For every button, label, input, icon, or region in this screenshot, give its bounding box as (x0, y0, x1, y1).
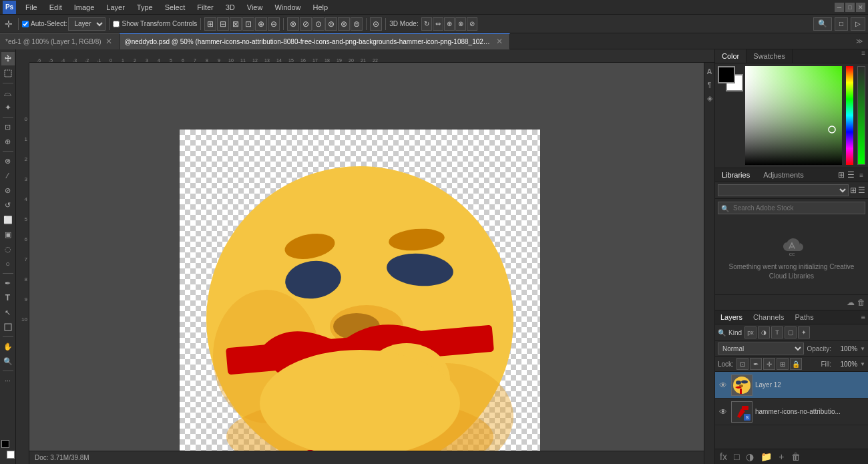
add-fx-btn[interactable]: fx (718, 451, 729, 462)
menu-window[interactable]: Window (269, 2, 306, 13)
align-center-btn[interactable]: ⊟ (217, 17, 229, 31)
distribute-bottom-btn[interactable]: ⊜ (351, 17, 363, 31)
dodge-tool[interactable]: ○ (1, 257, 15, 270)
distribute-top-btn[interactable]: ⊚ (325, 17, 337, 31)
align-middle-btn[interactable]: ⊕ (255, 17, 267, 31)
filter-shape-btn[interactable]: ▢ (785, 326, 797, 338)
3d-zoom-btn[interactable]: ⊕ (444, 17, 455, 31)
layer-visibility-eye-12[interactable]: 👁 (718, 380, 728, 391)
3d-slide-btn[interactable]: ⊘ (467, 17, 477, 31)
menu-edit[interactable]: Edit (44, 2, 67, 13)
char-panel-icon[interactable]: A (707, 67, 712, 75)
layer-dropdown[interactable]: Layer (68, 17, 105, 31)
lib-grid-btn[interactable]: ⊞ (850, 186, 857, 195)
align-right-btn[interactable]: ⊠ (230, 17, 242, 31)
close-button[interactable]: ✕ (856, 3, 865, 12)
maximize-button[interactable]: □ (845, 3, 855, 12)
delete-layer-btn[interactable]: 🗑 (789, 451, 803, 462)
opacity-down-arrow[interactable]: ▼ (860, 346, 865, 352)
blend-mode-dropdown[interactable]: Normal Multiply Screen (718, 342, 804, 355)
menu-layer[interactable]: Layer (101, 2, 130, 13)
distribute-right-btn[interactable]: ⊙ (312, 17, 324, 31)
minimize-button[interactable]: ─ (835, 3, 844, 12)
libraries-filter-dropdown[interactable] (718, 184, 849, 196)
add-mask-btn[interactable]: □ (732, 451, 741, 462)
tabs-collapse-btn[interactable]: ≫ (851, 37, 868, 45)
tab-1[interactable]: *ed-1 @ 100% (Layer 1, RGB/8) ✕ (0, 33, 120, 49)
paths-tab[interactable]: Paths (790, 310, 819, 324)
layer-item-12[interactable]: 👁 Layer 12 (715, 372, 868, 399)
menu-type[interactable]: Type (132, 2, 158, 13)
distribute-left-btn[interactable]: ⊗ (287, 17, 299, 31)
marquee-tool[interactable] (1, 67, 15, 80)
lib-grid-view-btn[interactable]: ⊞ (838, 170, 845, 180)
layers-panel-menu-btn[interactable]: ≡ (859, 313, 868, 321)
opacity-value[interactable]: 100% (834, 345, 857, 353)
canvas-area[interactable]: -6 -5 -4 -3 -2 -1 0 1 2 3 4 5 6 7 8 9 10… (16, 49, 714, 464)
3d-panel-icon[interactable]: ◈ (707, 94, 712, 103)
pen-tool[interactable]: ✒ (1, 276, 15, 290)
lasso-tool[interactable]: ⌓ (1, 86, 15, 99)
color-panel-collapse[interactable]: ≡ (859, 49, 868, 63)
eraser-tool[interactable]: ⬜ (1, 213, 15, 226)
color-swatch-group[interactable] (718, 66, 744, 93)
libraries-panel-collapse[interactable]: ≡ (857, 172, 865, 179)
layers-tab[interactable]: Layers (715, 310, 748, 324)
3d-pan-btn[interactable]: ⇔ (433, 17, 443, 31)
share-btn[interactable]: ▷ (851, 17, 865, 31)
menu-select[interactable]: Select (160, 2, 191, 13)
crop-tool[interactable]: ⊡ (1, 120, 15, 134)
blur-tool[interactable]: ◌ (1, 242, 15, 256)
lock-all-btn[interactable]: 🔒 (790, 358, 802, 370)
zoom-tool[interactable]: 🔍 (1, 355, 15, 368)
history-brush-tool[interactable]: ↺ (1, 198, 15, 212)
add-layer-btn[interactable]: + (777, 451, 786, 462)
hand-tool[interactable]: ✋ (1, 340, 15, 353)
color-gradient-picker[interactable] (745, 66, 841, 165)
transform-controls-checkbox[interactable] (113, 21, 120, 27)
align-left-btn[interactable]: ⊞ (204, 17, 216, 31)
filter-adjustment-btn[interactable]: ◑ (758, 326, 770, 338)
lock-artboard-btn[interactable]: ⊞ (777, 358, 789, 370)
3d-roll-btn[interactable]: ⊗ (455, 17, 466, 31)
adjustments-tab[interactable]: Adjustments (756, 168, 811, 182)
para-panel-icon[interactable]: ¶ (708, 81, 712, 89)
align-top-btn[interactable]: ⊡ (242, 17, 254, 31)
clone-stamp-tool[interactable]: ⊘ (1, 184, 15, 197)
libraries-tab[interactable]: Libraries (715, 168, 756, 182)
swatches-tab[interactable]: Swatches (746, 49, 793, 63)
align-bottom-btn[interactable]: ⊖ (268, 17, 280, 31)
menu-filter[interactable]: Filter (192, 2, 218, 13)
menu-image[interactable]: Image (69, 2, 100, 13)
tab-1-close[interactable]: ✕ (104, 37, 114, 46)
3d-rotate-btn[interactable]: ↻ (421, 17, 432, 31)
fill-down-arrow[interactable]: ▼ (860, 361, 865, 367)
add-group-btn[interactable]: 📁 (758, 451, 774, 462)
lib-list-view-btn[interactable]: ☰ (847, 170, 855, 180)
menu-file[interactable]: File (20, 2, 43, 13)
move-tool[interactable] (1, 52, 15, 65)
layer-item-hammer[interactable]: 👁 S hammer-icons-no-attrib (715, 399, 868, 425)
filter-smart-btn[interactable]: ✦ (798, 326, 810, 338)
extra-btn[interactable]: ⊝ (370, 17, 382, 31)
distribute-center-btn[interactable]: ⊘ (300, 17, 312, 31)
libraries-search-input[interactable] (718, 202, 865, 214)
menu-help[interactable]: Help (308, 2, 334, 13)
background-color-swatch[interactable] (7, 451, 15, 459)
color-tab[interactable]: Color (715, 49, 746, 63)
auto-select-checkbox[interactable] (22, 21, 29, 27)
lock-pixels-btn[interactable]: ✒ (750, 358, 762, 370)
foreground-color-swatch[interactable] (1, 440, 9, 448)
hue-slider[interactable] (846, 66, 854, 165)
wand-tool[interactable]: ✦ (1, 101, 15, 114)
fill-value[interactable]: 100% (834, 361, 857, 368)
add-adjustment-btn[interactable]: ◑ (744, 451, 756, 462)
tab-2-close[interactable]: ✕ (495, 37, 504, 46)
alpha-slider[interactable] (857, 66, 865, 165)
brush-tool[interactable]: ∕ (1, 169, 15, 182)
filter-type-btn[interactable]: T (771, 326, 783, 338)
gradient-tool[interactable]: ▣ (1, 228, 15, 241)
channels-tab[interactable]: Channels (748, 310, 789, 324)
path-selection-tool[interactable]: ↖ (1, 306, 15, 319)
distribute-middle-btn[interactable]: ⊛ (338, 17, 350, 31)
